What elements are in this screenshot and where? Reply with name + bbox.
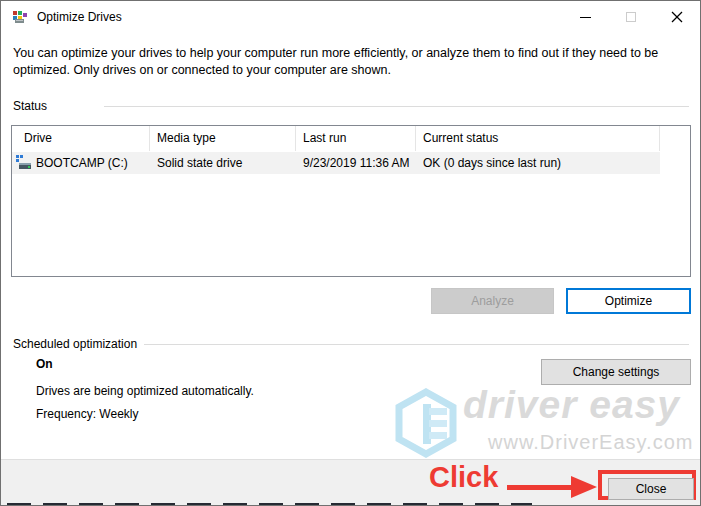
scheduled-state: On (36, 357, 53, 371)
minimize-icon (580, 17, 591, 18)
scheduled-group-label: Scheduled optimization (13, 337, 137, 351)
table-row[interactable]: BOOTCAMP (C:) Solid state drive 9/23/201… (12, 152, 660, 174)
hard-drive-icon (16, 155, 32, 171)
dialog-footer: Click Close (1, 459, 700, 506)
maximize-button (608, 1, 654, 33)
close-icon (671, 11, 683, 23)
column-header-media-type[interactable]: Media type (150, 126, 296, 151)
cell-current-status: OK (0 days since last run) (416, 152, 660, 174)
analyze-button: Analyze (431, 288, 554, 314)
click-annotation-label: Click (429, 461, 498, 494)
drive-name: BOOTCAMP (C:) (36, 156, 128, 170)
cell-media-type: Solid state drive (150, 152, 296, 174)
column-header-drive[interactable]: Drive (12, 126, 150, 151)
window-title: Optimize Drives (37, 1, 122, 33)
close-window-button[interactable] (654, 1, 700, 33)
cell-last-run: 9/23/2019 11:36 AM (296, 152, 416, 174)
watermark-url: www.DriverEasy.com (488, 431, 693, 454)
minimize-button[interactable] (562, 1, 608, 33)
maximize-icon (626, 12, 636, 22)
close-button[interactable]: Close (608, 478, 694, 500)
scheduled-group-line (144, 344, 689, 345)
close-highlight-box: Close (598, 470, 696, 500)
status-group-line (104, 106, 689, 107)
drives-table[interactable]: Drive Media type Last run Current status (11, 125, 691, 277)
optimize-button[interactable]: Optimize (566, 288, 691, 314)
column-header-current-status[interactable]: Current status (416, 126, 660, 151)
change-settings-button[interactable]: Change settings (541, 359, 691, 385)
table-header: Drive Media type Last run Current status (12, 126, 690, 151)
click-annotation-arrow-icon (507, 476, 599, 498)
column-header-last-run[interactable]: Last run (296, 126, 416, 151)
optimize-drives-app-icon (12, 9, 28, 25)
watermark-brand: driver easy (463, 383, 680, 427)
cell-drive: BOOTCAMP (C:) (12, 152, 150, 174)
dialog-description: You can optimize your drives to help you… (13, 45, 687, 79)
scheduled-frequency: Frequency: Weekly (36, 407, 139, 421)
driver-easy-logo-icon (393, 388, 459, 458)
optimize-drives-dialog: Optimize Drives You can optimize your dr… (0, 0, 701, 506)
scheduled-detail: Drives are being optimized automatically… (36, 384, 254, 398)
title-bar: Optimize Drives (1, 1, 700, 33)
status-group-label: Status (13, 99, 47, 113)
